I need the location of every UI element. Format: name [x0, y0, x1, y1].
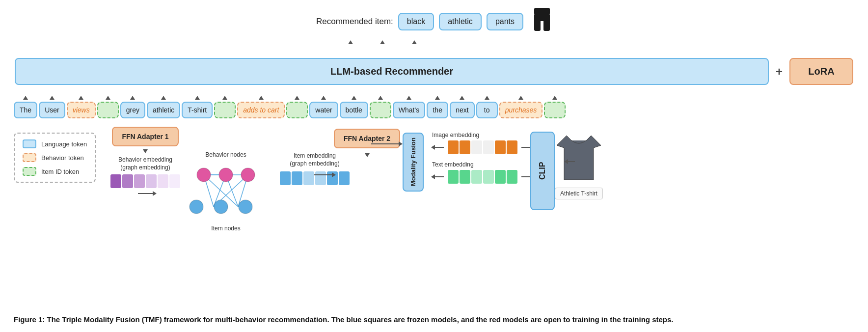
recommended-token-black: black — [398, 13, 434, 30]
modality-fusion-section: Modality Fusion — [403, 133, 424, 211]
svg-rect-3 — [540, 14, 544, 21]
ffn1-down-arrow — [143, 149, 148, 153]
modality-fusion-box: Modality Fusion — [403, 133, 424, 192]
recommended-label: Recommended item: — [316, 17, 393, 27]
item-embed-section: Item embedding(graph embedding) — [280, 152, 350, 185]
ffn2-section: FFN Adapter 2 — [334, 129, 400, 157]
caption-text: Figure 1: The Triple Modality Fusion (TM… — [14, 314, 854, 325]
behavior-nodes-label: Behavior nodes — [205, 151, 246, 158]
lora-bar: LoRA — [789, 58, 853, 85]
tshirt-arrow — [565, 161, 575, 162]
ffn2-to-modal-arrow — [371, 143, 399, 144]
right-embeddings: Image embedding — [432, 132, 533, 184]
clip-box: CLIP — [530, 132, 555, 210]
legend-lang: Language token — [23, 139, 87, 148]
image-embed-section: Image embedding — [432, 132, 533, 154]
recommended-section: Recommended item: black athletic pants — [0, 8, 868, 35]
token-athletic: athletic — [147, 96, 180, 118]
svg-point-14 — [241, 168, 255, 182]
llm-bar: LLM-based Recommender — [15, 58, 769, 85]
item-nodes-label: Item nodes — [211, 225, 240, 232]
token-item5 — [544, 96, 566, 118]
item-to-ffn2-arrow — [314, 174, 332, 175]
token-tshirt: T-shirt — [182, 96, 213, 118]
svg-point-12 — [197, 168, 211, 182]
token-next: next — [450, 96, 474, 118]
svg-rect-0 — [534, 8, 550, 15]
token-to: to — [476, 96, 498, 118]
token-the2: the — [427, 96, 448, 118]
tshirt-label: Athletic T-shirt — [555, 188, 603, 199]
token-row: The User views grey athletic T- — [14, 96, 854, 118]
plus-sign: + — [774, 58, 785, 85]
svg-point-16 — [214, 200, 228, 214]
pants-icon — [532, 8, 552, 35]
ffn1-section: FFN Adapter 1 Behavior embedding(graph e… — [110, 127, 180, 194]
clip-to-image-arrow — [432, 147, 444, 148]
token-item4 — [370, 96, 391, 118]
recommended-token-pants: pants — [487, 13, 523, 30]
legend-item: Item ID token — [23, 167, 87, 176]
item-embedding — [280, 171, 350, 185]
svg-point-15 — [190, 200, 203, 214]
token-grey: grey — [120, 96, 145, 118]
text-embed-section: Text embedding — [432, 161, 533, 184]
token-views: views — [67, 96, 96, 118]
tshirt-svg — [557, 136, 601, 185]
clip-section: CLIP — [530, 132, 555, 213]
caption: Figure 1: The Triple Modality Fusion (TM… — [14, 314, 854, 325]
behav-embed-label: Behavior embedding(graph embedding) — [118, 156, 172, 171]
item-embed-label: Item embedding(graph embedding) — [290, 152, 339, 167]
token-item3 — [286, 96, 308, 118]
token-purchases: purchases — [499, 96, 543, 118]
graph-to-embed-arrow — [138, 193, 153, 194]
rec-up-arrows — [348, 40, 417, 45]
svg-point-17 — [239, 200, 252, 214]
ffn2-down-arrow — [365, 153, 370, 157]
token-item1 — [97, 96, 119, 118]
token-user: User — [39, 96, 65, 118]
text-embed-label: Text embedding — [432, 161, 533, 168]
token-item2 — [214, 96, 236, 118]
legend-behav: Behavior token — [23, 153, 87, 162]
behavior-graph: Behavior nodes Item nodes — [182, 151, 270, 232]
llm-row: LLM-based Recommender + LoRA — [15, 58, 853, 85]
clip-to-text-arrow — [432, 176, 444, 177]
token-bottle: bottle — [340, 96, 368, 118]
image-embedding — [448, 140, 517, 154]
ffn2-box: FFN Adapter 2 — [334, 129, 400, 148]
behavior-embedding — [110, 174, 180, 188]
svg-point-13 — [219, 168, 233, 182]
ffn1-box: FFN Adapter 1 — [112, 127, 178, 146]
main-container: Recommended item: black athletic pants L… — [0, 0, 868, 332]
token-the: The — [14, 96, 37, 118]
image-embed-label: Image embedding — [432, 132, 533, 138]
text-embedding — [448, 170, 517, 184]
token-water: water — [309, 96, 338, 118]
tshirt-section: Athletic T-shirt — [555, 132, 603, 199]
behavior-graph-svg — [182, 160, 270, 224]
token-whats: What's — [393, 96, 425, 118]
legend-box: Language token Behavior token Item ID to… — [14, 133, 96, 183]
recommended-token-athletic: athletic — [439, 13, 482, 30]
token-addstocart: adds to cart — [237, 96, 285, 118]
